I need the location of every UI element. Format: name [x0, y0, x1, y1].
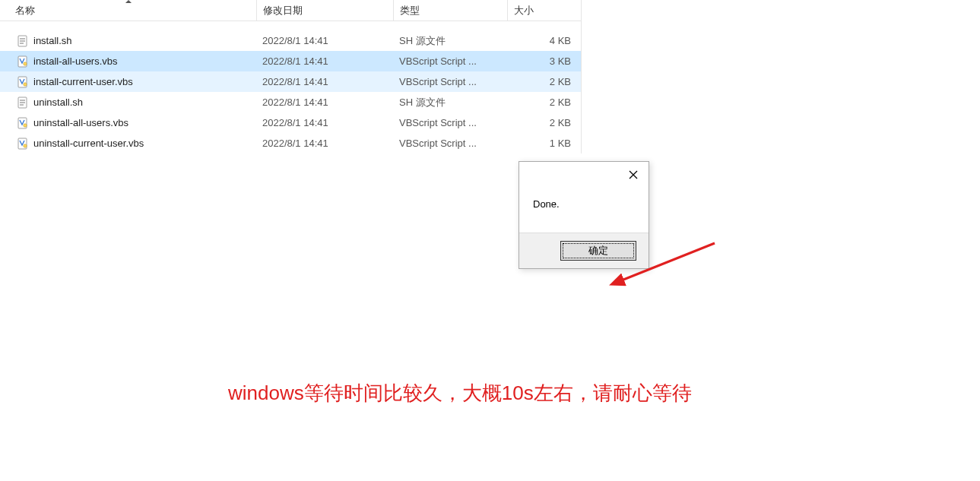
- vbs-file-icon: [17, 55, 29, 68]
- file-row[interactable]: uninstall-current-user.vbs2022/8/1 14:41…: [0, 133, 581, 153]
- ok-button[interactable]: 确定: [560, 241, 636, 261]
- file-row[interactable]: install-all-users.vbs2022/8/1 14:41VBScr…: [0, 51, 581, 71]
- sh-file-icon: [17, 35, 29, 47]
- file-type: VBScript Script ...: [393, 55, 507, 67]
- sh-file-icon: [17, 97, 29, 109]
- file-row[interactable]: install.sh2022/8/1 14:41SH 源文件4 KB: [0, 30, 581, 51]
- column-label: 类型: [400, 4, 420, 17]
- file-type: SH 源文件: [393, 96, 507, 109]
- message-dialog: Done. 确定: [519, 161, 649, 269]
- column-header-name[interactable]: 名称: [0, 0, 256, 21]
- column-header-date[interactable]: 修改日期: [256, 0, 393, 21]
- file-date: 2022/8/1 14:41: [256, 97, 393, 108]
- file-size: 4 KB: [507, 35, 580, 46]
- dialog-footer: 确定: [519, 233, 649, 268]
- file-row[interactable]: install-current-user.vbs2022/8/1 14:41VB…: [0, 71, 581, 92]
- dialog-titlebar[interactable]: [519, 162, 649, 188]
- svg-point-15: [24, 144, 27, 147]
- file-date: 2022/8/1 14:41: [256, 76, 393, 87]
- file-type: VBScript Script ...: [393, 76, 507, 87]
- file-size: 2 KB: [507, 117, 580, 128]
- annotation-text: windows等待时间比较久，大概10s左右，请耐心等待: [228, 380, 692, 407]
- file-date: 2022/8/1 14:41: [256, 35, 393, 46]
- svg-point-7: [24, 82, 27, 85]
- svg-point-5: [24, 62, 27, 65]
- column-header-type[interactable]: 类型: [393, 0, 507, 21]
- file-type: SH 源文件: [393, 34, 507, 48]
- file-size: 2 KB: [507, 97, 580, 108]
- close-icon: [629, 170, 638, 179]
- file-name: uninstall-current-user.vbs: [33, 138, 144, 149]
- file-date: 2022/8/1 14:41: [256, 55, 393, 67]
- vbs-file-icon: [17, 138, 29, 150]
- file-size: 1 KB: [507, 138, 580, 149]
- file-name: install.sh: [33, 35, 72, 46]
- columns-header: 名称 修改日期 类型 大小: [0, 0, 581, 21]
- file-date: 2022/8/1 14:41: [256, 117, 393, 128]
- file-type: VBScript Script ...: [393, 138, 507, 149]
- file-name: uninstall.sh: [33, 97, 83, 108]
- close-button[interactable]: [618, 163, 649, 186]
- file-size: 3 KB: [507, 55, 580, 67]
- column-header-size[interactable]: 大小: [507, 0, 580, 21]
- dialog-message: Done.: [519, 188, 649, 233]
- column-label: 修改日期: [263, 4, 303, 17]
- file-size: 2 KB: [507, 76, 580, 87]
- file-name: install-all-users.vbs: [33, 55, 118, 67]
- file-row[interactable]: uninstall-all-users.vbs2022/8/1 14:41VBS…: [0, 112, 581, 133]
- file-type: VBScript Script ...: [393, 117, 507, 128]
- column-label: 名称: [15, 4, 35, 17]
- vbs-file-icon: [17, 76, 29, 88]
- vbs-file-icon: [17, 117, 29, 129]
- file-explorer: 名称 修改日期 类型 大小 install.sh2022/8/1 14:41SH…: [0, 0, 582, 153]
- column-label: 大小: [514, 4, 534, 17]
- file-date: 2022/8/1 14:41: [256, 138, 393, 149]
- file-list: install.sh2022/8/1 14:41SH 源文件4 KBinstal…: [0, 21, 581, 153]
- file-name: install-current-user.vbs: [33, 76, 133, 87]
- sort-ascending-icon: [125, 0, 132, 3]
- svg-point-13: [24, 123, 27, 126]
- file-row[interactable]: uninstall.sh2022/8/1 14:41SH 源文件2 KB: [0, 92, 581, 112]
- file-name: uninstall-all-users.vbs: [33, 117, 128, 128]
